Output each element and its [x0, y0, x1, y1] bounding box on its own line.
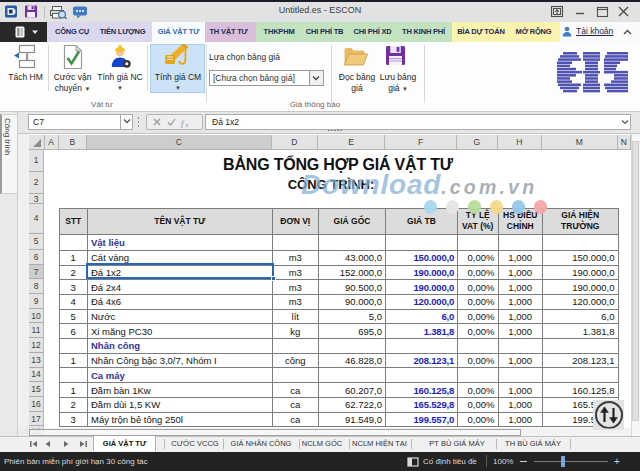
svg-text:x: x: [185, 121, 189, 128]
svg-text:f: f: [181, 118, 185, 128]
